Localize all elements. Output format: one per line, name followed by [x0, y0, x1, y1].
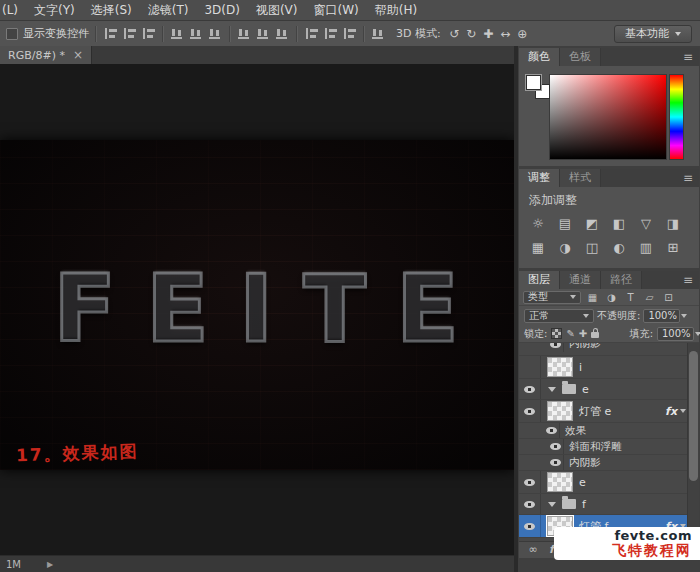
- show-transform-checkbox[interactable]: 显示变换控件: [6, 26, 89, 41]
- tab-color[interactable]: 颜色: [519, 48, 560, 66]
- layer-effect-row[interactable]: 斜面和浮雕: [519, 439, 699, 455]
- distribute-right-icon[interactable]: [342, 27, 357, 40]
- layer-thumbnail[interactable]: [547, 357, 573, 377]
- document-tab[interactable]: RGB/8#) * ×: [0, 46, 92, 64]
- brightness-contrast-icon[interactable]: ☼: [527, 214, 549, 232]
- tab-paths[interactable]: 路径: [601, 271, 642, 289]
- curves-icon[interactable]: ◩: [581, 214, 603, 232]
- color-balance-icon[interactable]: ▦: [527, 238, 549, 256]
- blend-mode-dropdown[interactable]: 正常: [524, 309, 594, 323]
- layer-group-row[interactable]: f: [519, 494, 699, 515]
- black-white-icon[interactable]: ◑: [554, 238, 576, 256]
- hue-saturation-icon[interactable]: ◨: [662, 214, 684, 232]
- visibility-toggle[interactable]: [547, 343, 564, 352]
- 3d-pan-icon[interactable]: ✚: [480, 27, 497, 41]
- opacity-dropdown[interactable]: 100%: [643, 309, 680, 323]
- filter-pixel-layers-icon[interactable]: ▦: [585, 291, 600, 304]
- document-canvas[interactable]: FEITE 17。效果如图: [0, 140, 514, 470]
- layer-thumbnail[interactable]: [547, 472, 573, 492]
- layer-row[interactable]: e: [519, 471, 699, 494]
- 3d-rotate-icon[interactable]: ↺: [446, 27, 463, 41]
- effects-header-row[interactable]: 效果: [519, 423, 699, 439]
- filter-smart-object-icon[interactable]: ⊡: [661, 291, 676, 304]
- menu-item-3d[interactable]: 3D(D): [196, 0, 247, 20]
- collapse-arrow-icon[interactable]: [548, 387, 556, 392]
- tab-swatches[interactable]: 色板: [560, 48, 601, 66]
- auto-align-icon[interactable]: [371, 27, 386, 40]
- collapse-arrow-icon[interactable]: [548, 502, 556, 507]
- tab-adjustments[interactable]: 调整: [519, 169, 560, 187]
- 3d-scale-icon[interactable]: ⊕: [514, 27, 531, 41]
- vibrance-icon[interactable]: ▽: [635, 214, 657, 232]
- align-left-icon[interactable]: [103, 27, 118, 40]
- distribute-h-center-icon[interactable]: [323, 27, 338, 40]
- align-h-center-icon[interactable]: [122, 27, 137, 40]
- panel-menu-icon[interactable]: ≡: [683, 274, 693, 286]
- filter-adjustment-layers-icon[interactable]: ◑: [604, 291, 619, 304]
- invert-icon[interactable]: ⊞: [662, 238, 684, 256]
- align-bottom-icon[interactable]: [208, 27, 223, 40]
- visibility-toggle[interactable]: [519, 400, 541, 422]
- visibility-toggle[interactable]: [519, 471, 541, 493]
- distribute-left-icon[interactable]: [304, 27, 319, 40]
- align-top-icon[interactable]: [170, 27, 185, 40]
- menu-item-layer[interactable]: (L): [0, 0, 26, 20]
- filter-type-layers-icon[interactable]: T: [623, 291, 638, 304]
- filter-type-dropdown[interactable]: 类型: [523, 291, 581, 304]
- menu-item-window[interactable]: 窗口(W): [306, 0, 367, 20]
- hue-slider[interactable]: [669, 74, 684, 160]
- layer-row[interactable]: i: [519, 356, 699, 379]
- canvas-area[interactable]: FEITE 17。效果如图: [0, 64, 514, 556]
- layer-group-row[interactable]: e: [519, 379, 699, 400]
- saturation-brightness-field[interactable]: [549, 74, 667, 160]
- scroll-arrow-icon[interactable]: ▶: [47, 560, 53, 569]
- visibility-toggle[interactable]: [519, 356, 541, 378]
- layer-effect-row[interactable]: 内阴影: [519, 343, 699, 356]
- visibility-toggle[interactable]: [519, 494, 541, 514]
- color-lookup-icon[interactable]: ▥: [635, 238, 657, 256]
- layers-scrollbar[interactable]: [687, 343, 699, 541]
- link-layers-icon[interactable]: ∞: [527, 542, 539, 558]
- levels-icon[interactable]: ▤: [554, 214, 576, 232]
- 3d-roll-icon[interactable]: ↻: [463, 27, 480, 41]
- menu-item-select[interactable]: 选择(S): [83, 0, 140, 20]
- filter-shape-layers-icon[interactable]: ▱: [642, 291, 657, 304]
- tab-layers[interactable]: 图层: [519, 271, 560, 289]
- visibility-toggle[interactable]: [519, 379, 541, 399]
- foreground-color-swatch[interactable]: [526, 75, 541, 90]
- visibility-toggle[interactable]: [547, 439, 564, 454]
- layer-thumbnail[interactable]: [547, 401, 573, 421]
- scrollbar-thumb[interactable]: [689, 351, 698, 481]
- 3d-slide-icon[interactable]: ↔: [497, 27, 514, 41]
- align-v-center-icon[interactable]: [189, 27, 204, 40]
- checkbox-box-icon[interactable]: [6, 28, 18, 40]
- distribute-v-center-icon[interactable]: [256, 27, 271, 40]
- lock-pixels-icon[interactable]: ✎: [566, 329, 574, 339]
- fill-dropdown[interactable]: 100%: [657, 327, 694, 341]
- distribute-bottom-icon[interactable]: [275, 27, 290, 40]
- menu-item-help[interactable]: 帮助(H): [367, 0, 425, 20]
- tab-styles[interactable]: 样式: [560, 169, 601, 187]
- tab-channels[interactable]: 通道: [560, 271, 601, 289]
- layer-row[interactable]: 灯管 e fx: [519, 400, 699, 423]
- menu-item-filter[interactable]: 滤镜(T): [140, 0, 197, 20]
- workspace-switcher-button[interactable]: 基本功能: [614, 25, 692, 43]
- visibility-toggle[interactable]: [543, 423, 560, 438]
- visibility-toggle[interactable]: [547, 455, 564, 470]
- align-right-icon[interactable]: [141, 27, 156, 40]
- lock-position-icon[interactable]: ✚: [579, 329, 587, 339]
- channel-mixer-icon[interactable]: ◐: [608, 238, 630, 256]
- panel-menu-icon[interactable]: ≡: [683, 172, 693, 184]
- visibility-toggle[interactable]: [519, 515, 541, 537]
- lock-transparency-icon[interactable]: [551, 328, 562, 339]
- photo-filter-icon[interactable]: ◫: [581, 238, 603, 256]
- layer-effect-row[interactable]: 内阴影: [519, 455, 699, 471]
- lock-all-icon[interactable]: [591, 332, 599, 338]
- exposure-icon[interactable]: ◧: [608, 214, 630, 232]
- distribute-top-icon[interactable]: [237, 27, 252, 40]
- tab-close-icon[interactable]: ×: [73, 49, 83, 61]
- menu-item-view[interactable]: 视图(V): [248, 0, 306, 20]
- panel-menu-icon[interactable]: ≡: [683, 51, 693, 63]
- layer-fx-badge[interactable]: fx: [665, 405, 686, 418]
- menu-item-type[interactable]: 文字(Y): [26, 0, 83, 20]
